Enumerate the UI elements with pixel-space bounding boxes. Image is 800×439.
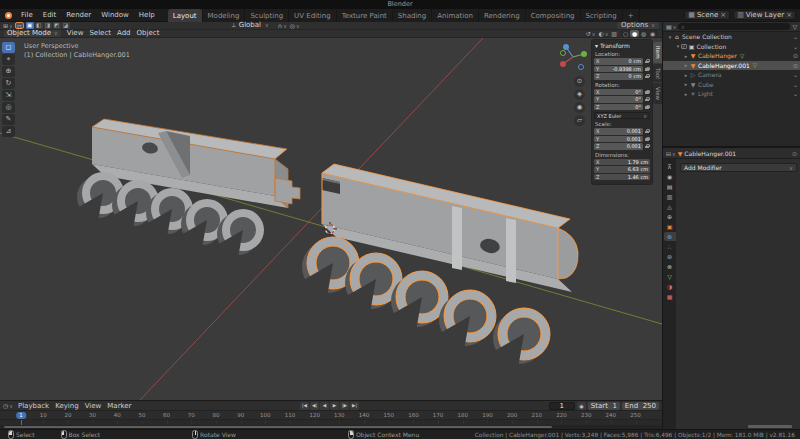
eye-closed-icon[interactable]: ⌄ — [793, 90, 798, 97]
menu-window[interactable]: Window — [96, 9, 134, 22]
timeline-editor-type-icon[interactable]: ◷∨ — [3, 402, 13, 409]
location-x-field[interactable]: X0 cm — [594, 58, 643, 65]
timeline-ruler[interactable]: 1 10203040506070809010011012013014015016… — [0, 411, 662, 420]
tab-particles[interactable]: ∴ — [664, 242, 676, 251]
options-button[interactable]: Options ∨ — [617, 22, 659, 29]
scale-y-field[interactable]: Y0.001 — [594, 136, 643, 143]
tab-constraints[interactable]: ⊗ — [664, 262, 676, 271]
dimensions-y-field[interactable]: Y6.63 cm — [594, 166, 650, 173]
scale-tool[interactable]: ⇲ — [2, 90, 15, 101]
select-box-tool[interactable]: ◻ — [2, 42, 15, 53]
workspace-tab-layout[interactable]: Layout — [168, 9, 203, 22]
annotate-tool[interactable]: ✎ — [2, 114, 15, 125]
outliner-row-cube[interactable]: ▸▼Cube⌄ — [663, 80, 800, 90]
rotation-z-field[interactable]: Z0° — [594, 104, 643, 111]
timeline-menu-keying[interactable]: Keying — [52, 402, 82, 410]
prev-keyframe-button[interactable]: ◀| — [310, 402, 319, 410]
lock-icon[interactable] — [645, 129, 650, 133]
outliner-row-camera[interactable]: ▸▷Camera⌄ — [663, 70, 800, 80]
start-frame-field[interactable]: Start 1 — [588, 402, 620, 410]
lock-icon[interactable] — [645, 137, 650, 141]
mode-subtract-icon[interactable]: ◨ — [44, 22, 52, 29]
outliner-row-scene-collection[interactable]: ▾⌂Scene Collection⌄ — [663, 32, 800, 42]
workspace-tab-texture-paint[interactable]: Texture Paint — [337, 9, 393, 22]
sidebar-tab-item[interactable]: Item — [653, 42, 662, 63]
workspace-tab-animation[interactable]: Animation — [432, 9, 479, 22]
collection-checkbox[interactable]: ✓ — [681, 44, 687, 50]
eye-open-icon[interactable]: ⊙ — [793, 52, 798, 59]
lock-icon[interactable] — [645, 97, 650, 101]
play-button[interactable]: ▶ — [330, 402, 339, 410]
timeline-menu-marker[interactable]: Marker — [104, 402, 134, 410]
eye-open-icon[interactable]: ⊙ — [793, 62, 798, 69]
overlays-icon[interactable]: ◐∨ — [598, 30, 608, 37]
lock-icon[interactable] — [645, 90, 650, 94]
lock-icon[interactable] — [645, 74, 650, 78]
end-frame-field[interactable]: End 250 — [622, 402, 659, 410]
play-reverse-button[interactable]: ◀ — [320, 402, 329, 410]
navigation-gizmo[interactable] — [556, 40, 590, 74]
snapping-magnet-icon[interactable]: ∩∨ — [278, 22, 287, 29]
scale-z-field[interactable]: Z0.001 — [594, 143, 643, 150]
tab-modifiers[interactable]: ⊛ — [664, 232, 676, 241]
mode-intersect-icon[interactable]: ◪ — [62, 22, 70, 29]
sidebar-tab-tool[interactable]: Tool — [653, 64, 662, 83]
viewport-menu-select[interactable]: Select — [86, 29, 114, 37]
outliner-editor-type-icon[interactable]: ▤∨ — [666, 23, 676, 30]
tab-object-data[interactable]: ▽ — [664, 272, 676, 281]
workspace-tab-compositing[interactable]: Compositing — [526, 9, 581, 22]
tab-world[interactable]: ⊕ — [664, 212, 676, 221]
transform-orientation-dropdown[interactable]: Global — [239, 21, 261, 29]
properties-breadcrumb[interactable]: ▼ CableHanger.001 — [678, 150, 736, 157]
sidebar-tab-view[interactable]: View — [653, 83, 662, 104]
jump-to-start-button[interactable]: |◀ — [300, 402, 309, 410]
current-frame-field[interactable]: 1 — [549, 402, 575, 410]
workspace-tab-modeling[interactable]: Modeling — [203, 9, 246, 22]
menu-file[interactable]: File — [16, 9, 38, 22]
cursor-tool[interactable]: ⌖ — [2, 54, 15, 65]
lock-icon[interactable] — [645, 59, 650, 63]
viewport-menu-add[interactable]: Add — [114, 29, 134, 37]
rotation-x-field[interactable]: X0° — [594, 89, 643, 96]
eye-closed-icon[interactable]: ⌄ — [793, 81, 798, 88]
rotation-mode-dropdown[interactable]: XYZ Euler∨ — [594, 112, 650, 119]
eye-closed-icon[interactable]: ⌄ — [793, 71, 798, 78]
workspace-tab-rendering[interactable]: Rendering — [479, 9, 526, 22]
rotation-y-field[interactable]: Y0° — [594, 96, 643, 103]
mode-invert-icon[interactable]: ◩ — [53, 22, 61, 29]
rotate-tool[interactable]: ↻ — [2, 78, 15, 89]
unlink-view-layer-icon[interactable]: × — [786, 11, 792, 19]
tab-object[interactable]: ▣ — [664, 222, 676, 231]
transform-panel-header[interactable]: ▾ Transform — [595, 42, 650, 49]
lock-icon[interactable] — [645, 67, 650, 71]
eye-closed-icon[interactable]: ⌄ — [793, 33, 798, 40]
add-modifier-dropdown[interactable]: Add Modifier∨ — [680, 163, 797, 172]
mode-extend-icon[interactable]: ◧ — [35, 22, 43, 29]
auto-keying-icon[interactable]: ◉ — [577, 402, 586, 410]
viewport-3d[interactable]: User Perspective(1) Collection | CableHa… — [0, 38, 662, 400]
editor-type-icon[interactable]: ⊞∨ — [3, 22, 13, 29]
lock-icon[interactable] — [645, 144, 650, 148]
outliner-row-light[interactable]: ▸☀Light⌄ — [663, 89, 800, 99]
viewport-menu-object[interactable]: Object — [134, 29, 163, 37]
perspective-icon[interactable]: ▱ — [574, 115, 585, 126]
outliner-filter-icon[interactable]: ▽ — [792, 23, 797, 30]
move-view-icon[interactable]: ◈ — [574, 89, 585, 100]
camera-view-icon[interactable]: ◉ — [574, 102, 585, 113]
measure-tool[interactable]: ⊿ — [2, 126, 15, 137]
viewport-menu-view[interactable]: View — [64, 29, 87, 37]
timeline-menu-playback[interactable]: Playback — [15, 402, 52, 410]
tab-output[interactable]: ▤ — [664, 182, 676, 191]
view-layer-selector[interactable]: ▥ View Layer × — [733, 10, 796, 20]
workspace-tab-scripting[interactable]: Scripting — [581, 9, 623, 22]
shading-rendered-icon[interactable]: ◉ — [648, 30, 657, 38]
shading-wireframe-icon[interactable]: ○ — [621, 30, 630, 38]
menu-help[interactable]: Help — [134, 9, 160, 22]
next-keyframe-button[interactable]: |▶ — [340, 402, 349, 410]
tab-render[interactable]: ◉ — [664, 172, 676, 181]
menu-render[interactable]: Render — [61, 9, 96, 22]
xray-toggle-icon[interactable]: ▥ — [611, 30, 617, 37]
location-y-field[interactable]: Y-0.9398 cm — [594, 66, 643, 73]
dimensions-x-field[interactable]: X1.79 cm — [594, 159, 650, 166]
eye-closed-icon[interactable]: ⌄ — [793, 43, 798, 50]
